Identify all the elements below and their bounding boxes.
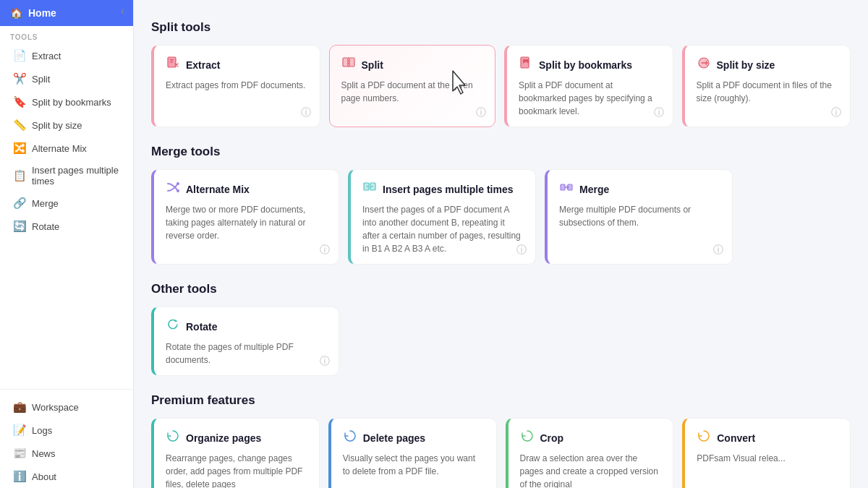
extract-card-icon xyxy=(166,56,180,74)
sidebar-item-split[interactable]: ✂️ Split xyxy=(3,67,130,90)
sidebar-divider xyxy=(0,389,133,390)
sidebar-item-label: Split by size xyxy=(32,120,82,131)
svg-rect-1 xyxy=(170,59,174,61)
split-size-icon: 📏 xyxy=(13,119,26,132)
split-size-card-desc: Split a PDF document in files of the siz… xyxy=(697,79,839,105)
sidebar-item-split-by-size[interactable]: 📏 Split by size xyxy=(3,114,130,137)
sidebar-item-label: Merge xyxy=(32,198,59,209)
sidebar-item-workspace[interactable]: 💼 Workspace xyxy=(3,395,130,419)
premium-tools-grid: Organize pages Rearrange pages, change p… xyxy=(151,418,851,488)
sidebar-home-item[interactable]: 🏠 Home xyxy=(0,0,133,26)
tool-card-organize-pages[interactable]: Organize pages Rearrange pages, change p… xyxy=(151,418,320,488)
alternate-mix-info-icon[interactable]: ⓘ xyxy=(320,244,330,257)
insert-pages-card-title: Insert pages multiple times xyxy=(383,184,514,195)
rotate-card-title: Rotate xyxy=(186,321,218,333)
sidebar-item-merge[interactable]: 🔗 Merge xyxy=(3,192,130,215)
sidebar-item-insert-pages-multiple[interactable]: 📋 Insert pages multiple times xyxy=(3,160,130,192)
convert-card-desc: PDFsam Visual relea... xyxy=(697,452,838,465)
sidebar-item-rotate[interactable]: 🔄 Rotate xyxy=(3,215,130,238)
split-icon: ✂️ xyxy=(13,72,26,85)
main-content: Split tools Extract Extract pages from P… xyxy=(134,0,868,488)
split-info-icon[interactable]: ⓘ xyxy=(476,106,486,119)
merge-card-title: Merge xyxy=(579,184,609,195)
tool-card-header: Split xyxy=(341,56,484,74)
split-size-info-icon[interactable]: ⓘ xyxy=(831,106,841,119)
insert-pages-card-desc: Insert the pages of a PDF document A int… xyxy=(362,203,524,255)
insert-pages-icon: 📋 xyxy=(13,169,26,182)
organize-pages-card-title: Organize pages xyxy=(186,432,261,444)
delete-pages-card-title: Delete pages xyxy=(363,432,425,444)
merge-icon: 🔗 xyxy=(13,197,26,210)
sidebar-item-alternate-mix[interactable]: 🔀 Alternate Mix xyxy=(3,137,130,160)
split-bookmarks-card-desc: Split a PDF document at bookmarked pages… xyxy=(519,79,661,118)
rotate-info-icon[interactable]: ⓘ xyxy=(320,355,330,368)
extract-card-desc: Extract pages from PDF documents. xyxy=(166,79,308,92)
extract-icon: 📄 xyxy=(13,49,26,62)
tool-card-insert-pages-multiple[interactable]: Insert pages multiple times Insert the p… xyxy=(348,169,536,265)
tool-card-header: Rotate xyxy=(166,317,327,335)
tool-card-crop[interactable]: Crop Draw a selection area over the page… xyxy=(506,418,674,488)
tool-card-merge[interactable]: Merge Merge multiple PDF documents or su… xyxy=(545,169,733,265)
crop-card-icon xyxy=(520,429,535,447)
other-tools-grid: Rotate Rotate the pages of multiple PDF … xyxy=(151,307,346,376)
merge-tools-title: Merge tools xyxy=(151,145,851,159)
sidebar-item-label: Split xyxy=(32,74,50,85)
delete-pages-card-icon xyxy=(343,429,357,447)
sidebar-item-label: Extract xyxy=(32,51,61,61)
workspace-icon: 💼 xyxy=(13,401,26,414)
news-icon: 📰 xyxy=(13,447,26,460)
sidebar-item-logs[interactable]: 📝 Logs xyxy=(3,419,130,442)
tool-card-split[interactable]: Split Split a PDF document at the given … xyxy=(329,45,496,127)
sidebar-item-about[interactable]: ℹ️ About xyxy=(3,465,130,488)
sidebar-item-extract[interactable]: 📄 Extract xyxy=(3,44,130,67)
tool-card-split-by-bookmarks[interactable]: Split by bookmarks Split a PDF document … xyxy=(504,45,673,127)
convert-card-icon xyxy=(697,429,711,447)
sidebar-item-news[interactable]: 📰 News xyxy=(3,442,130,465)
sidebar-collapse-button[interactable]: ‹ xyxy=(118,1,127,20)
svg-point-8 xyxy=(176,182,179,185)
split-card-title: Split xyxy=(362,59,383,71)
convert-card-title: Convert xyxy=(717,432,755,444)
svg-rect-14 xyxy=(561,184,565,190)
split-card-icon xyxy=(341,56,356,74)
split-size-card-icon xyxy=(697,56,711,74)
alternate-mix-card-title: Alternate Mix xyxy=(186,184,250,195)
split-bookmarks-info-icon[interactable]: ⓘ xyxy=(654,106,664,119)
merge-info-icon[interactable]: ⓘ xyxy=(713,244,723,257)
tool-card-header: Split by bookmarks xyxy=(519,56,661,74)
tool-card-header: Extract xyxy=(166,56,308,74)
tool-card-header: Delete pages xyxy=(343,429,485,447)
split-bookmarks-card-icon xyxy=(519,56,533,74)
insert-pages-info-icon[interactable]: ⓘ xyxy=(516,244,527,257)
split-tools-title: Split tools xyxy=(151,20,851,35)
alternate-mix-card-icon xyxy=(166,180,180,198)
tool-card-rotate[interactable]: Rotate Rotate the pages of multiple PDF … xyxy=(151,307,339,376)
other-tools-title: Other tools xyxy=(151,282,851,296)
alternate-mix-icon: 🔀 xyxy=(13,142,26,155)
extract-info-icon[interactable]: ⓘ xyxy=(301,106,311,119)
tool-card-extract[interactable]: Extract Extract pages from PDF documents… xyxy=(151,45,320,127)
tool-card-delete-pages[interactable]: Delete pages Visually select the pages y… xyxy=(328,418,497,488)
rotate-card-icon xyxy=(166,317,180,335)
about-icon: ℹ️ xyxy=(13,470,26,483)
svg-rect-2 xyxy=(170,61,173,63)
sidebar-item-label: Split by bookmarks xyxy=(32,97,111,108)
tool-card-split-by-size[interactable]: Split by size Split a PDF document in fi… xyxy=(682,45,851,127)
svg-point-9 xyxy=(176,189,179,192)
sidebar-item-split-by-bookmarks[interactable]: 🔖 Split by bookmarks xyxy=(3,90,130,114)
delete-pages-card-desc: Visually select the pages you want to de… xyxy=(343,452,485,478)
extract-card-title: Extract xyxy=(186,59,220,71)
tool-card-convert[interactable]: Convert PDFsam Visual relea... xyxy=(682,418,851,488)
insert-pages-card-icon xyxy=(362,180,377,198)
merge-card-icon xyxy=(559,180,574,198)
rotate-icon: 🔄 xyxy=(13,220,26,233)
tool-card-alternate-mix[interactable]: Alternate Mix Merge two or more PDF docu… xyxy=(151,169,339,265)
logs-icon: 📝 xyxy=(13,424,26,437)
sidebar-item-label: Logs xyxy=(32,425,52,436)
sidebar-item-label: Workspace xyxy=(32,402,79,413)
sidebar-home-label: Home xyxy=(28,7,56,19)
organize-pages-card-desc: Rearrange pages, change pages order, add… xyxy=(166,452,307,488)
svg-rect-3 xyxy=(343,58,348,67)
sidebar-tools-section-label: TOOLS xyxy=(0,26,133,44)
sidebar-item-label: News xyxy=(32,448,56,459)
